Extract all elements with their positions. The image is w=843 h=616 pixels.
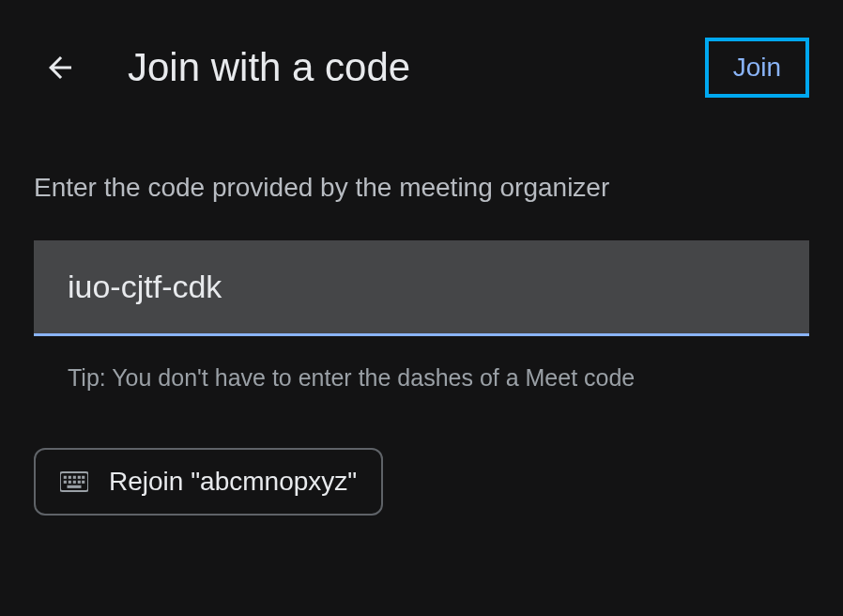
svg-rect-11 xyxy=(68,485,82,488)
page-title: Join with a code xyxy=(128,45,410,90)
instruction-text: Enter the code provided by the meeting o… xyxy=(34,173,809,203)
svg-rect-7 xyxy=(69,481,71,484)
rejoin-label: Rejoin "abcmnopxyz" xyxy=(109,467,357,497)
content: Enter the code provided by the meeting o… xyxy=(0,135,843,516)
header: Join with a code Join xyxy=(0,0,843,135)
svg-rect-10 xyxy=(82,481,84,484)
join-button[interactable]: Join xyxy=(705,38,809,98)
arrow-left-icon xyxy=(43,51,77,85)
svg-rect-9 xyxy=(78,481,81,484)
svg-rect-5 xyxy=(82,476,84,479)
back-button[interactable] xyxy=(38,45,83,90)
svg-rect-8 xyxy=(73,481,76,484)
code-input[interactable] xyxy=(34,240,809,336)
svg-rect-3 xyxy=(73,476,76,479)
header-left: Join with a code xyxy=(38,45,410,90)
rejoin-button[interactable]: Rejoin "abcmnopxyz" xyxy=(34,448,383,516)
input-container xyxy=(34,240,809,336)
svg-rect-4 xyxy=(78,476,81,479)
svg-rect-2 xyxy=(69,476,71,479)
svg-rect-6 xyxy=(64,481,67,484)
keyboard-icon xyxy=(60,471,88,492)
svg-rect-1 xyxy=(64,476,67,479)
tip-text: Tip: You don't have to enter the dashes … xyxy=(34,364,809,392)
